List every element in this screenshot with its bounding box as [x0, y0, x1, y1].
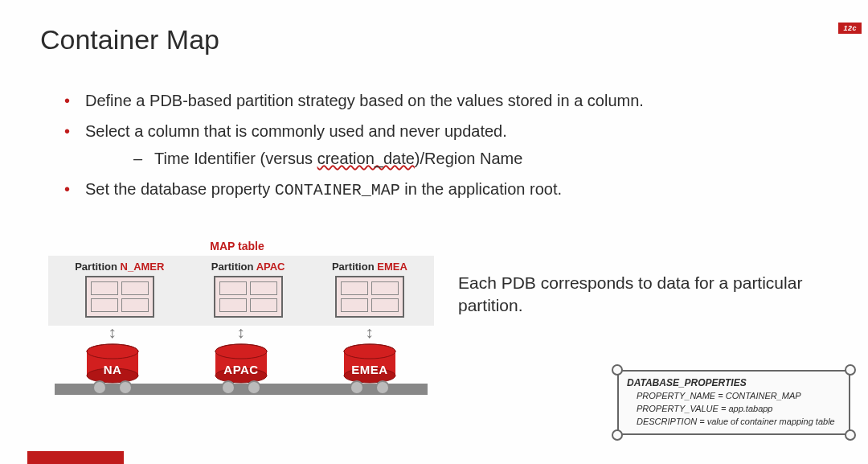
database-properties-box: DATABASE_PROPERTIES PROPERTY_NAME = CONT… — [617, 370, 850, 435]
db-2-name: APAC — [211, 363, 272, 376]
wheel-icon — [118, 380, 133, 395]
bullet-2-sublist: Time Identifier (versus creation_date)/R… — [133, 146, 828, 171]
sub-suffix: )/Region Name — [415, 150, 523, 167]
version-badge: 12c — [838, 23, 862, 34]
db-1: NA — [82, 343, 143, 395]
partition-1: Partition N_AMER — [75, 261, 164, 318]
partition-2-label: Partition APAC — [211, 261, 285, 273]
diagram-caption: Each PDB corresponds to data for a parti… — [458, 272, 804, 318]
props-row: DESCRIPTION = value of container mapping… — [627, 416, 841, 429]
double-arrow-icon — [108, 325, 117, 341]
db-2: APAC — [211, 343, 272, 395]
scroll-corner-icon — [612, 429, 623, 441]
partition-3-label: Partition EMEA — [332, 261, 407, 273]
partition-1-label: Partition N_AMER — [75, 261, 164, 273]
footer-accent-bar — [27, 451, 124, 464]
wheel-icon — [221, 380, 235, 395]
scroll-corner-icon — [845, 429, 856, 441]
sub-wavy: creation_date — [317, 150, 415, 167]
double-arrow-icon — [366, 325, 375, 341]
double-arrow-icon — [237, 325, 246, 341]
map-table-title: MAP table — [40, 240, 434, 253]
diagram: MAP table Partition N_AMER Partition APA… — [48, 240, 434, 412]
arrow-row — [48, 324, 434, 342]
partition-2: Partition APAC — [211, 261, 285, 318]
props-heading: DATABASE_PROPERTIES — [627, 376, 841, 390]
bullet-2-sub: Time Identifier (versus creation_date)/R… — [133, 146, 828, 171]
partition-3-name: EMEA — [377, 261, 407, 273]
plabel-prefix: Partition — [211, 261, 256, 273]
props-row: PROPERTY_NAME = CONTAINER_MAP — [627, 390, 841, 403]
sub-prefix: Time Identifier (versus — [154, 150, 317, 167]
bullet-3-code: CONTAINER_MAP — [275, 181, 400, 199]
bullet-3-pre: Set the database property — [85, 180, 275, 198]
bullet-2: Select a column that is commonly used an… — [64, 118, 828, 171]
slide: 12c Container Map Define a PDB-based par… — [0, 0, 868, 464]
plabel-prefix: Partition — [75, 261, 120, 273]
partition-3-box — [335, 276, 404, 318]
db-row: NA APAC — [48, 343, 434, 412]
partition-1-box — [85, 276, 154, 318]
wheel-icon — [350, 380, 364, 395]
db-1-name: NA — [82, 363, 143, 376]
bullet-list: Define a PDB-based partition strategy ba… — [64, 88, 828, 203]
wheel-icon — [375, 380, 390, 395]
bullet-3-post: in the application root. — [400, 180, 562, 198]
map-band: Partition N_AMER Partition APAC Partitio… — [48, 256, 434, 326]
bullet-2-text: Select a column that is commonly used an… — [85, 122, 507, 140]
scroll-corner-icon — [612, 364, 623, 376]
scroll-corner-icon — [845, 364, 856, 376]
page-title: Container Map — [40, 24, 828, 55]
plabel-prefix: Partition — [332, 261, 377, 273]
props-row: PROPERTY_VALUE = app.tabapp — [627, 403, 841, 416]
partition-2-box — [214, 276, 283, 318]
bullet-1: Define a PDB-based partition strategy ba… — [64, 88, 828, 113]
wheel-icon — [247, 380, 261, 395]
wheel-icon — [92, 380, 107, 395]
partition-2-name: APAC — [256, 261, 285, 273]
partition-3: Partition EMEA — [332, 261, 407, 318]
partition-1-name: N_AMER — [121, 261, 165, 273]
db-3-name: EMEA — [339, 363, 400, 376]
bullet-1-text: Define a PDB-based partition strategy ba… — [85, 92, 644, 109]
bullet-3: Set the database property CONTAINER_MAP … — [64, 176, 828, 203]
db-3: EMEA — [339, 343, 400, 395]
